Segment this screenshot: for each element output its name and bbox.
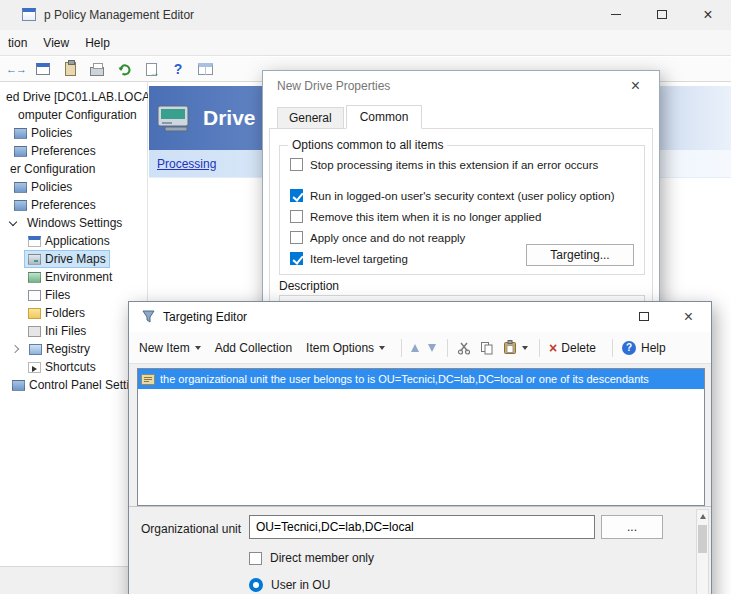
- targeting-editor-dialog: Targeting Editor × New Item Add Collecti…: [128, 301, 712, 594]
- option-remove-when-not-applied[interactable]: Remove this item when it is no longer ap…: [290, 210, 636, 223]
- user-in-ou-option[interactable]: User in OU: [249, 578, 330, 592]
- close-button[interactable]: ×: [613, 71, 658, 100]
- clipboard-icon[interactable]: [58, 59, 82, 79]
- tree-item-applications[interactable]: Applications: [0, 232, 147, 250]
- tree-item-label: Windows Settings: [27, 216, 122, 230]
- checkbox[interactable]: [249, 552, 262, 565]
- checkbox[interactable]: [290, 189, 303, 202]
- menu-action[interactable]: tion: [0, 32, 35, 54]
- dialog-title: New Drive Properties: [277, 79, 390, 93]
- tree-item-label: omputer Configuration: [18, 108, 137, 122]
- copy-button[interactable]: [480, 341, 494, 355]
- scroll-up-icon[interactable]: [700, 514, 706, 519]
- add-collection-button[interactable]: Add Collection: [215, 341, 292, 355]
- refresh-icon[interactable]: [112, 59, 136, 79]
- printer-icon[interactable]: [85, 59, 109, 79]
- form-scrollbar[interactable]: [696, 509, 709, 594]
- copy-icon: [480, 341, 494, 355]
- tree-item-label: Environment: [45, 270, 112, 284]
- option-stop-processing[interactable]: Stop processing items in this extension …: [290, 158, 636, 171]
- drive-banner-icon: [157, 103, 195, 133]
- table-view-icon[interactable]: [193, 59, 217, 79]
- help-icon[interactable]: ?: [166, 59, 190, 79]
- close-button[interactable]: ×: [685, 0, 731, 29]
- option-run-user-context[interactable]: Run in logged-on user's security context…: [290, 189, 636, 202]
- button-label: Item Options: [306, 341, 374, 355]
- clipboard-glyph: [65, 62, 76, 76]
- minimize-button[interactable]: [593, 0, 639, 29]
- tree-item-folders[interactable]: Folders: [0, 304, 147, 322]
- close-button[interactable]: ×: [666, 302, 711, 331]
- tree-item-registry[interactable]: Registry: [0, 340, 147, 358]
- maximize-icon: [657, 10, 667, 19]
- radio-button[interactable]: [249, 578, 263, 592]
- menu-help[interactable]: Help: [77, 32, 118, 54]
- move-down-button[interactable]: [428, 344, 436, 352]
- targeting-items-list[interactable]: the organizational unit the user belongs…: [137, 368, 705, 506]
- export-list-icon[interactable]: [139, 59, 163, 79]
- targeting-button[interactable]: Targeting...: [526, 244, 634, 266]
- tree-item-shortcuts[interactable]: Shortcuts: [0, 358, 147, 376]
- tree-item-policies-user[interactable]: Policies: [0, 178, 147, 196]
- tree-item-label: Ini Files: [45, 324, 86, 338]
- new-item-button[interactable]: New Item: [139, 341, 201, 355]
- tree-item-files[interactable]: Files: [0, 286, 147, 304]
- checkbox[interactable]: [290, 231, 303, 244]
- help-button[interactable]: ? Help: [622, 341, 666, 355]
- tree-item-windows-settings[interactable]: Windows Settings: [0, 214, 147, 232]
- browse-button[interactable]: ...: [601, 515, 663, 539]
- tree-item-user-configuration[interactable]: er Configuration: [0, 160, 147, 178]
- console-tree: ed Drive [DC01.LAB.LOCA omputer Configur…: [0, 82, 148, 594]
- help-glyph: ?: [174, 61, 183, 77]
- checkbox[interactable]: [290, 210, 303, 223]
- tree-item-ini-files[interactable]: Ini Files: [0, 322, 147, 340]
- delete-button[interactable]: × Delete: [549, 341, 596, 355]
- folder-icon: [14, 146, 27, 157]
- option-label: Apply once and do not reapply: [310, 232, 465, 244]
- item-options-button[interactable]: Item Options: [306, 341, 385, 355]
- maximize-button[interactable]: [621, 302, 666, 331]
- paste-icon: [503, 340, 517, 355]
- tree-item-policies-computer[interactable]: Policies: [0, 124, 147, 142]
- chevron-collapsed-icon[interactable]: [11, 345, 19, 353]
- direct-member-only-option[interactable]: Direct member only: [249, 551, 374, 565]
- menu-view[interactable]: View: [35, 32, 77, 54]
- console-window-icon: [22, 8, 36, 21]
- toolbar-separator: [612, 339, 613, 357]
- targeting-item-row[interactable]: the organizational unit the user belongs…: [138, 369, 704, 389]
- button-label: Add Collection: [215, 341, 292, 355]
- tree-item-preferences-computer[interactable]: Preferences: [0, 142, 147, 160]
- checkbox[interactable]: [290, 158, 303, 171]
- checkbox[interactable]: [290, 252, 303, 265]
- targeting-item-text: the organizational unit the user belongs…: [160, 373, 649, 385]
- options-groupbox: Options common to all items Stop process…: [279, 145, 645, 275]
- refresh-glyph: [117, 62, 132, 77]
- groupbox-label: Options common to all items: [288, 138, 447, 152]
- tree-item-computer-configuration[interactable]: omputer Configuration: [0, 106, 147, 124]
- folder-icon: [14, 200, 27, 211]
- move-up-button[interactable]: [411, 344, 419, 352]
- cut-button[interactable]: [457, 341, 471, 355]
- tree-item-preferences-user[interactable]: Preferences: [0, 196, 147, 214]
- paste-button[interactable]: [503, 340, 528, 355]
- tab-common[interactable]: Common: [346, 105, 423, 129]
- tree-item-control-panel-settings[interactable]: Control Panel Settings: [0, 376, 147, 394]
- close-icon: ×: [684, 308, 693, 326]
- scroll-thumb[interactable]: [698, 525, 707, 553]
- option-apply-once[interactable]: Apply once and do not reapply: [290, 231, 636, 244]
- toolbar-separator: [447, 339, 448, 357]
- maximize-button[interactable]: [639, 0, 685, 29]
- chevron-expanded-icon[interactable]: [9, 218, 17, 226]
- console-window-icon[interactable]: [31, 59, 55, 79]
- back-forward-arrows-icon[interactable]: ←→: [4, 59, 28, 79]
- tree-item-label: Shortcuts: [45, 360, 96, 374]
- screen: p Policy Management Editor × tion View H…: [0, 0, 731, 594]
- tree-item-drive-maps[interactable]: Drive Maps: [0, 250, 147, 268]
- tree-item-label: Folders: [45, 306, 85, 320]
- processing-link[interactable]: Processing: [157, 157, 216, 171]
- tab-general[interactable]: General: [277, 107, 344, 129]
- ini-files-icon: [28, 326, 41, 337]
- tree-item-environment[interactable]: Environment: [0, 268, 147, 286]
- organizational-unit-input[interactable]: [249, 515, 595, 539]
- tree-item-root[interactable]: ed Drive [DC01.LAB.LOCA: [0, 88, 147, 106]
